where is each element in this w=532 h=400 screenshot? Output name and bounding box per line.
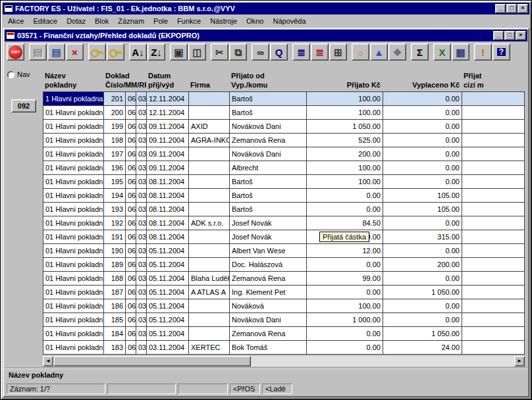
cell-datum[interactable]: 05.11.2004 [147, 258, 189, 272]
cell-firma[interactable]: XERTEC [189, 341, 230, 355]
inner-close-button[interactable]: × [516, 31, 526, 40]
edit-list-button[interactable]: ≣ [311, 43, 329, 61]
table-row[interactable]: 01 Hlavni pokladn192060308.11.2004ADK s.… [43, 216, 525, 230]
menu-item-akce[interactable]: Akce [3, 15, 28, 27]
cell-nazev[interactable]: 01 Hlavni pokladn [43, 203, 104, 216]
chart-button[interactable]: ▲ [370, 43, 388, 61]
cell-prijato[interactable]: 100.00 [307, 175, 383, 189]
table-row[interactable]: 01 Hlavni pokladn195060308.11.2004Bartoš… [43, 175, 525, 189]
cell-cislo[interactable]: 184 [104, 327, 126, 341]
cell-cislo[interactable]: 199 [104, 120, 126, 134]
zoom-button[interactable]: Q [270, 43, 288, 61]
cell-nazev[interactable]: 01 Hlavni pokladn [43, 299, 104, 313]
cell-nazev[interactable]: 01 Hlavni pokladn [43, 272, 104, 286]
cell-datum[interactable]: 08.11.2004 [147, 230, 189, 244]
cell-od[interactable]: Zemanová Rena [230, 327, 307, 341]
find-button[interactable]: ∞ [252, 43, 269, 61]
cell-nazev[interactable]: 01 Hlavni pokladn [43, 230, 104, 244]
inner-minimize-button[interactable]: _ [493, 31, 504, 40]
cell-cislo[interactable]: 201 [104, 92, 126, 106]
cell-prijato[interactable]: 99.00 [307, 272, 383, 286]
sort-ascending-button[interactable]: A↓ [129, 43, 147, 61]
cell-rr[interactable]: 03 [136, 134, 147, 147]
menu-item-editace[interactable]: Editace [28, 15, 62, 27]
cell-od[interactable]: Bartoš [230, 92, 307, 106]
table-row[interactable]: 01 Hlavni pokladn186060305.11.2004Nováko… [43, 299, 525, 313]
cell-cislo[interactable]: 198 [104, 134, 126, 147]
cell-od[interactable]: Zemanová Rena [230, 134, 307, 147]
table-row[interactable]: 01 Hlavni pokladn197060309.11.2004Nováko… [43, 147, 525, 161]
scroll-right-arrow[interactable]: ► [514, 356, 525, 366]
cell-datum[interactable]: 09.11.2004 [147, 147, 189, 161]
cell-rr[interactable]: 03 [136, 203, 147, 216]
cell-prijato[interactable]: 1 000.00 [307, 313, 383, 327]
cell-prijato[interactable]: 84.50 [307, 216, 383, 230]
excel-export-button[interactable]: X [433, 43, 451, 61]
cell-cizi[interactable] [462, 134, 525, 147]
cell-cizi[interactable] [462, 327, 525, 341]
maximize-button[interactable]: □ [506, 4, 517, 13]
cell-cizi[interactable] [462, 244, 525, 258]
cell-mm[interactable]: 06 [126, 286, 136, 299]
cell-od[interactable]: Nováková Dani [230, 147, 307, 161]
cell-vyplaceno[interactable]: 0.00 [383, 216, 462, 230]
cell-firma[interactable] [189, 327, 230, 341]
sort-descending-button[interactable]: Z↓ [147, 43, 165, 61]
table-row[interactable]: 01 Hlavni pokladn183060303.11.2004XERTEC… [43, 341, 525, 355]
save-as-button[interactable]: ▤ [47, 43, 65, 61]
table-row[interactable]: 01 Hlavni pokladn199060309.11.2004AXIDNo… [43, 120, 525, 134]
cell-vyplaceno[interactable]: 0.00 [383, 92, 462, 106]
cell-rr[interactable]: 03 [136, 106, 147, 120]
cell-nazev[interactable]: 01 Hlavni pokladn [43, 120, 104, 134]
cell-rr[interactable]: 03 [136, 244, 147, 258]
print-button[interactable]: ▣ [170, 43, 188, 61]
menu-item-nastroje[interactable]: Nástroje [205, 15, 242, 27]
cell-cizi[interactable] [462, 286, 525, 299]
cell-vyplaceno[interactable]: 0.00 [383, 120, 462, 134]
cell-cislo[interactable]: 187 [104, 286, 126, 299]
cell-cislo[interactable]: 196 [104, 161, 126, 175]
cell-cizi[interactable] [462, 272, 525, 286]
cell-nazev[interactable]: 1 Hlavni pokladna [43, 92, 104, 106]
cell-prijato[interactable]: 12.00 [307, 244, 383, 258]
cell-nazev[interactable]: 01 Hlavni pokladn [43, 161, 104, 175]
cell-mm[interactable]: 06 [126, 341, 136, 355]
cell-vyplaceno[interactable]: 1 050.00 [383, 327, 462, 341]
cell-cizi[interactable] [462, 106, 525, 120]
cell-nazev[interactable]: 01 Hlavni pokladn [43, 327, 104, 341]
cell-vyplaceno[interactable]: 0.00 [383, 106, 462, 120]
cell-rr[interactable]: 03 [136, 175, 147, 189]
cell-cizi[interactable] [462, 299, 525, 313]
table-row[interactable]: 01 Hlavni pokladn185060305.11.2004Nováko… [43, 313, 525, 327]
cell-rr[interactable]: 03 [136, 313, 147, 327]
cell-prijato[interactable]: 100.00 [307, 92, 383, 106]
cell-cizi[interactable] [462, 258, 525, 272]
cell-rr[interactable]: 03 [136, 341, 147, 355]
cell-vyplaceno[interactable]: 0.00 [383, 272, 462, 286]
cell-firma[interactable]: Blaha Luděk [189, 272, 230, 286]
cell-firma[interactable] [189, 230, 230, 244]
cell-nazev[interactable]: 01 Hlavni pokladn [43, 189, 104, 203]
cell-datum[interactable]: 08.11.2004 [147, 175, 189, 189]
cell-datum[interactable]: 12.11.2004 [147, 92, 189, 106]
cell-cislo[interactable]: 192 [104, 216, 126, 230]
cell-mm[interactable]: 06 [126, 258, 136, 272]
cell-rr[interactable]: 03 [136, 258, 147, 272]
cell-od[interactable]: Nováková Dani [230, 313, 307, 327]
sidebar-092-button[interactable]: 092 [11, 99, 36, 113]
cell-cislo[interactable]: 190 [104, 244, 126, 258]
cell-rr[interactable]: 03 [136, 230, 147, 244]
cell-vyplaceno[interactable]: 105.00 [383, 189, 462, 203]
cell-cizi[interactable] [462, 203, 525, 216]
lamp-button[interactable]: ! [474, 43, 492, 61]
cell-datum[interactable]: 05.11.2004 [147, 244, 189, 258]
cell-mm[interactable]: 06 [126, 313, 136, 327]
cut-button[interactable]: ✂ [211, 43, 228, 61]
cell-firma[interactable] [189, 147, 230, 161]
cell-vyplaceno[interactable]: 24.00 [383, 341, 462, 355]
cell-nazev[interactable]: 01 Hlavni pokladn [43, 244, 104, 258]
cell-prijato[interactable]: 0.00 [307, 341, 383, 355]
cell-nazev[interactable]: 01 Hlavni pokladn [43, 341, 104, 355]
cell-mm[interactable]: 06 [126, 327, 136, 341]
table-row[interactable]: 01 Hlavni pokladn200060312.11.2004Bartoš… [43, 106, 525, 120]
